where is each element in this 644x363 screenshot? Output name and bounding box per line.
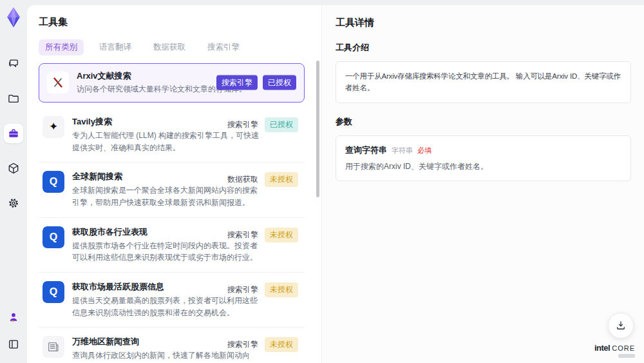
tool-category-badge: 搜索引擎 (216, 75, 258, 90)
tool-details-panel: 工具详情 工具介绍 一个用于从Arxiv存储库搜索科学论文和文章的工具。 输入可… (323, 5, 644, 363)
tool-list-item[interactable]: Q 全球新闻搜索 全球新闻搜索是一个聚合全球各大新闻网站内容的搜索引擎，帮助用户… (39, 162, 305, 217)
app-logo-icon (4, 6, 23, 28)
tool-category-badge: 搜索引擎 (227, 339, 258, 350)
tool-description: 提供当天交易量最高的股票列表，投资者可以利用这些信息来识别流动性强的股票和潜在的… (72, 295, 260, 319)
list-scrollbar-thumb[interactable] (316, 61, 319, 197)
tool-description: 提供股票市场各个行业在特定时间段内的表现。投资者可以利用这些信息来识别表现优于或… (72, 240, 260, 264)
intel-wordmark: intel (594, 343, 610, 353)
newspaper-logo-icon (46, 340, 61, 354)
main-card: 工具集 所有类别 语言翻译 数据获取 搜索引擎 Arxiv文献搜索 访问各个研究… (27, 5, 644, 363)
tavily-logo-icon: ✦ (49, 121, 58, 132)
tool-auth-badge: 已授权 (265, 117, 298, 132)
category-tabs: 所有类别 语言翻译 数据获取 搜索引擎 (39, 39, 305, 55)
category-tab-0[interactable]: 所有类别 (39, 39, 84, 55)
tool-list: Arxiv文献搜索 访问各个研究领域大量科学论文和文章的存储库。 搜索引擎 已授… (39, 63, 305, 363)
tool-auth-badge: 已授权 (263, 75, 296, 90)
tool-auth-badge: 未授权 (265, 337, 298, 352)
tool-list-panel: 工具集 所有类别 语言翻译 数据获取 搜索引擎 Arxiv文献搜索 访问各个研究… (27, 5, 322, 363)
tool-icon: Q (43, 226, 64, 248)
tool-category-badge: 搜索引擎 (227, 119, 258, 130)
tool-icon (47, 72, 69, 93)
tool-auth-badge: 未授权 (265, 282, 298, 297)
collapse-panel-icon[interactable] (4, 335, 23, 354)
q-news-logo-icon: Q (43, 281, 64, 303)
tool-list-item[interactable]: Q 获取股市各行业表现 提供股票市场各个行业在特定时间段内的表现。投资者可以利用… (39, 218, 305, 273)
core-wordmark: CORE (612, 344, 635, 352)
tool-description: 专为人工智能代理 (LLM) 构建的搜索引擎工具，可快速提供实时、准确和真实的结… (72, 130, 260, 153)
page-title: 工具集 (39, 16, 305, 28)
download-icon (615, 320, 627, 331)
tool-auth-badge: 未授权 (265, 172, 298, 187)
tool-icon: ✦ (43, 116, 64, 138)
tool-description: 全球新闻搜索是一个聚合全球各大新闻网站内容的搜索引擎，帮助用户快速获取全球最新资… (72, 184, 260, 208)
q-news-logo-icon: Q (43, 171, 64, 193)
intel-core-sub-badge (618, 354, 635, 358)
params-heading: 参数 (336, 116, 631, 128)
tool-category-badge: 数据获取 (227, 174, 258, 185)
toolbox-icon[interactable] (4, 124, 23, 143)
intro-heading: 工具介绍 (336, 42, 631, 54)
param-type: 字符串 (392, 146, 413, 155)
app-rail (0, 0, 27, 363)
user-avatar-icon[interactable] (4, 308, 23, 327)
tool-icon: Q (43, 281, 64, 303)
tool-icon: Q (43, 171, 64, 193)
tool-list-item[interactable]: Q 获取市场最活跃股票信息 提供当天交易量最高的股票列表，投资者可以利用这些信息… (39, 273, 305, 328)
folder-icon[interactable] (4, 89, 23, 108)
intel-core-logo: intel CORE (594, 343, 635, 358)
tool-category-badge: 搜索引擎 (227, 284, 258, 295)
intro-box: 一个用于从Arxiv存储库搜索科学论文和文章的工具。 输入可以是Arxiv ID… (336, 61, 631, 103)
list-scrollbar-track[interactable] (316, 57, 319, 357)
tool-icon (43, 336, 64, 358)
details-title: 工具详情 (336, 17, 631, 29)
tool-auth-badge: 未授权 (265, 228, 298, 242)
tool-list-item[interactable]: ✦ Tavily搜索 专为人工智能代理 (LLM) 构建的搜索引擎工具，可快速提… (39, 108, 305, 162)
settings-gear-icon[interactable] (4, 193, 23, 213)
intro-text: 一个用于从Arxiv存储库搜索科学论文和文章的工具。 输入可以是Arxiv ID… (345, 70, 621, 94)
cube-icon[interactable] (4, 159, 23, 178)
q-news-logo-icon: Q (43, 226, 64, 248)
category-tab-2[interactable]: 数据获取 (147, 39, 192, 55)
category-tab-3[interactable]: 搜索引擎 (201, 39, 246, 55)
param-required-flag: 必填 (417, 146, 431, 155)
param-description: 用于搜索的Arxiv ID、关键字或作者姓名。 (345, 161, 621, 172)
category-tab-1[interactable]: 语言翻译 (93, 39, 138, 55)
param-box: 查询字符串 字符串 必填 用于搜索的Arxiv ID、关键字或作者姓名。 (336, 135, 631, 181)
tool-list-item[interactable]: Arxiv文献搜索 访问各个研究领域大量科学论文和文章的存储库。 搜索引擎 已授… (39, 63, 305, 103)
param-name: 查询字符串 (345, 144, 387, 156)
arxiv-logo-icon (51, 75, 65, 90)
tool-list-item[interactable]: 万维地区新闻查询 查询具体行政区划内的新闻，快速了解各地新闻动向 搜索引擎 未授… (39, 328, 305, 363)
tool-category-badge: 搜索引擎 (227, 230, 258, 240)
download-button[interactable] (608, 313, 634, 338)
chat-icon[interactable] (4, 54, 23, 74)
